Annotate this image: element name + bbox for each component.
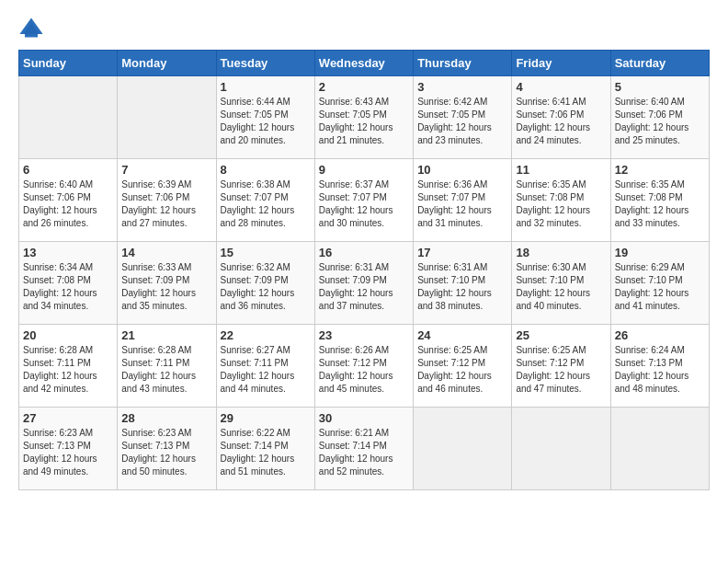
calendar-cell: 16Sunrise: 6:31 AMSunset: 7:09 PMDayligh…	[314, 242, 413, 325]
day-info: Sunrise: 6:43 AMSunset: 7:05 PMDaylight:…	[319, 96, 409, 147]
day-info: Sunrise: 6:41 AMSunset: 7:06 PMDaylight:…	[516, 96, 606, 147]
day-info: Sunrise: 6:25 AMSunset: 7:12 PMDaylight:…	[417, 344, 507, 396]
calendar-cell: 19Sunrise: 6:29 AMSunset: 7:10 PMDayligh…	[610, 242, 709, 325]
day-number: 1	[221, 80, 311, 94]
day-number: 16	[319, 246, 409, 259]
day-number: 7	[121, 163, 211, 177]
day-info: Sunrise: 6:27 AMSunset: 7:11 PMDaylight:…	[221, 344, 311, 396]
day-info: Sunrise: 6:40 AMSunset: 7:06 PMDaylight:…	[23, 178, 113, 230]
day-info: Sunrise: 6:23 AMSunset: 7:13 PMDaylight:…	[23, 427, 113, 478]
day-info: Sunrise: 6:32 AMSunset: 7:09 PMDaylight:…	[221, 261, 311, 313]
day-info: Sunrise: 6:22 AMSunset: 7:14 PMDaylight:…	[221, 427, 311, 478]
day-number: 24	[417, 328, 507, 342]
calendar-cell: 18Sunrise: 6:30 AMSunset: 7:10 PMDayligh…	[512, 242, 610, 325]
day-number: 6	[23, 163, 113, 177]
weekday-header-row: SundayMondayTuesdayWednesdayThursdayFrid…	[19, 51, 710, 76]
calendar-cell: 29Sunrise: 6:22 AMSunset: 7:14 PMDayligh…	[216, 408, 314, 490]
day-info: Sunrise: 6:26 AMSunset: 7:12 PMDaylight:…	[319, 344, 409, 396]
calendar-cell: 21Sunrise: 6:28 AMSunset: 7:11 PMDayligh…	[118, 325, 216, 408]
calendar-cell: 2Sunrise: 6:43 AMSunset: 7:05 PMDaylight…	[314, 76, 413, 159]
day-number: 14	[121, 246, 211, 259]
day-number: 3	[417, 80, 507, 94]
day-info: Sunrise: 6:33 AMSunset: 7:09 PMDaylight:…	[121, 261, 211, 313]
day-number: 25	[516, 328, 606, 342]
day-info: Sunrise: 6:38 AMSunset: 7:07 PMDaylight:…	[221, 178, 311, 230]
day-number: 9	[319, 163, 409, 177]
calendar-cell: 6Sunrise: 6:40 AMSunset: 7:06 PMDaylight…	[19, 159, 118, 242]
calendar-cell	[610, 408, 709, 490]
day-info: Sunrise: 6:24 AMSunset: 7:13 PMDaylight:…	[615, 344, 705, 396]
logo-icon	[18, 15, 44, 40]
day-number: 17	[417, 246, 507, 259]
day-info: Sunrise: 6:36 AMSunset: 7:07 PMDaylight:…	[417, 178, 507, 230]
calendar-cell: 14Sunrise: 6:33 AMSunset: 7:09 PMDayligh…	[118, 242, 216, 325]
calendar-row-3: 20Sunrise: 6:28 AMSunset: 7:11 PMDayligh…	[19, 325, 710, 408]
day-number: 19	[615, 246, 705, 259]
day-info: Sunrise: 6:28 AMSunset: 7:11 PMDaylight:…	[121, 344, 211, 396]
day-info: Sunrise: 6:39 AMSunset: 7:06 PMDaylight:…	[121, 178, 211, 230]
calendar-cell: 1Sunrise: 6:44 AMSunset: 7:05 PMDaylight…	[216, 76, 314, 159]
svg-rect-2	[25, 34, 38, 38]
day-number: 15	[221, 246, 311, 259]
day-number: 12	[615, 163, 705, 177]
day-info: Sunrise: 6:37 AMSunset: 7:07 PMDaylight:…	[319, 178, 409, 230]
calendar-cell: 4Sunrise: 6:41 AMSunset: 7:06 PMDaylight…	[512, 76, 610, 159]
weekday-header-sunday: Sunday	[19, 51, 118, 76]
day-info: Sunrise: 6:44 AMSunset: 7:05 PMDaylight:…	[221, 96, 311, 147]
day-number: 23	[319, 328, 409, 342]
calendar-cell: 20Sunrise: 6:28 AMSunset: 7:11 PMDayligh…	[19, 325, 118, 408]
calendar-cell: 15Sunrise: 6:32 AMSunset: 7:09 PMDayligh…	[216, 242, 314, 325]
day-number: 8	[221, 163, 311, 177]
day-number: 21	[121, 328, 211, 342]
day-number: 11	[516, 163, 606, 177]
day-number: 5	[615, 80, 705, 94]
day-number: 27	[23, 411, 113, 425]
calendar-cell: 9Sunrise: 6:37 AMSunset: 7:07 PMDaylight…	[314, 159, 413, 242]
weekday-header-saturday: Saturday	[610, 51, 709, 76]
day-number: 22	[221, 328, 311, 342]
calendar-cell: 11Sunrise: 6:35 AMSunset: 7:08 PMDayligh…	[512, 159, 610, 242]
day-number: 2	[319, 80, 409, 94]
calendar-cell: 7Sunrise: 6:39 AMSunset: 7:06 PMDaylight…	[118, 159, 216, 242]
calendar-cell	[19, 76, 118, 159]
page: SundayMondayTuesdayWednesdayThursdayFrid…	[0, 0, 728, 505]
calendar-cell: 22Sunrise: 6:27 AMSunset: 7:11 PMDayligh…	[216, 325, 314, 408]
day-number: 20	[23, 328, 113, 342]
day-number: 4	[516, 80, 606, 94]
calendar-cell: 5Sunrise: 6:40 AMSunset: 7:06 PMDaylight…	[610, 76, 709, 159]
calendar-cell: 30Sunrise: 6:21 AMSunset: 7:14 PMDayligh…	[314, 408, 413, 490]
day-number: 10	[417, 163, 507, 177]
day-number: 30	[319, 411, 409, 425]
calendar-row-0: 1Sunrise: 6:44 AMSunset: 7:05 PMDaylight…	[19, 76, 710, 159]
calendar-cell: 23Sunrise: 6:26 AMSunset: 7:12 PMDayligh…	[314, 325, 413, 408]
day-info: Sunrise: 6:42 AMSunset: 7:05 PMDaylight:…	[417, 96, 507, 147]
calendar-cell: 24Sunrise: 6:25 AMSunset: 7:12 PMDayligh…	[414, 325, 512, 408]
day-info: Sunrise: 6:23 AMSunset: 7:13 PMDaylight:…	[121, 427, 211, 478]
day-info: Sunrise: 6:31 AMSunset: 7:09 PMDaylight:…	[319, 261, 409, 313]
day-info: Sunrise: 6:21 AMSunset: 7:14 PMDaylight:…	[319, 427, 409, 478]
day-info: Sunrise: 6:31 AMSunset: 7:10 PMDaylight:…	[417, 261, 507, 313]
calendar-cell: 17Sunrise: 6:31 AMSunset: 7:10 PMDayligh…	[414, 242, 512, 325]
calendar-cell: 8Sunrise: 6:38 AMSunset: 7:07 PMDaylight…	[216, 159, 314, 242]
day-info: Sunrise: 6:40 AMSunset: 7:06 PMDaylight:…	[615, 96, 705, 147]
calendar-cell: 27Sunrise: 6:23 AMSunset: 7:13 PMDayligh…	[19, 408, 118, 490]
weekday-header-thursday: Thursday	[414, 51, 512, 76]
calendar-cell: 3Sunrise: 6:42 AMSunset: 7:05 PMDaylight…	[414, 76, 512, 159]
day-info: Sunrise: 6:30 AMSunset: 7:10 PMDaylight:…	[516, 261, 606, 313]
weekday-header-wednesday: Wednesday	[314, 51, 413, 76]
calendar-cell: 13Sunrise: 6:34 AMSunset: 7:08 PMDayligh…	[19, 242, 118, 325]
day-number: 26	[615, 328, 705, 342]
calendar-row-1: 6Sunrise: 6:40 AMSunset: 7:06 PMDaylight…	[19, 159, 710, 242]
weekday-header-tuesday: Tuesday	[216, 51, 314, 76]
day-number: 28	[121, 411, 211, 425]
day-info: Sunrise: 6:35 AMSunset: 7:08 PMDaylight:…	[615, 178, 705, 230]
day-info: Sunrise: 6:28 AMSunset: 7:11 PMDaylight:…	[23, 344, 113, 396]
calendar-cell	[512, 408, 610, 490]
day-info: Sunrise: 6:29 AMSunset: 7:10 PMDaylight:…	[615, 261, 705, 313]
day-info: Sunrise: 6:35 AMSunset: 7:08 PMDaylight:…	[516, 178, 606, 230]
day-number: 18	[516, 246, 606, 259]
day-info: Sunrise: 6:34 AMSunset: 7:08 PMDaylight:…	[23, 261, 113, 313]
weekday-header-monday: Monday	[118, 51, 216, 76]
day-number: 29	[221, 411, 311, 425]
logo	[18, 15, 48, 40]
